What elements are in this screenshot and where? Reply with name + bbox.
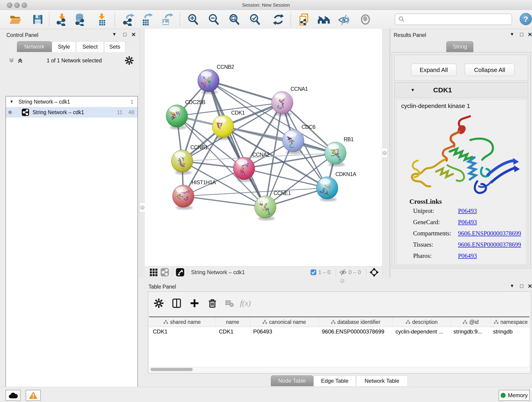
memory-button[interactable]: Memory <box>499 390 530 401</box>
refresh-view-button[interactable] <box>271 12 285 27</box>
function-builder-button[interactable]: f(x) <box>239 297 252 310</box>
network-row[interactable]: String Network – cdk1 11 48 <box>6 107 138 118</box>
first-neighbors-button[interactable] <box>317 12 331 27</box>
tab-label: String <box>453 44 467 50</box>
network-node-rb1[interactable]: RB1 <box>325 136 354 167</box>
clone-network-button[interactable] <box>297 12 311 27</box>
tab-network[interactable]: Network <box>17 41 52 52</box>
show-columns-button[interactable] <box>170 297 183 310</box>
network-node-ccnb1[interactable]: CCNB1 <box>171 144 208 175</box>
expand-all-icon[interactable] <box>17 57 24 64</box>
column-header-namespace[interactable]: namespace <box>491 317 530 327</box>
import-database-button[interactable] <box>73 12 87 27</box>
open-session-button[interactable] <box>8 12 22 27</box>
table-row[interactable]: CDK1CDK1P064939606.ENSP00000378699cyclin… <box>149 327 530 336</box>
show-hide-graphics-button[interactable] <box>337 12 351 27</box>
collapse-all-button[interactable]: Collapse All <box>465 64 515 76</box>
plus-icon <box>190 298 200 308</box>
selected-checkbox-icon[interactable] <box>310 269 317 275</box>
import-network-button[interactable] <box>55 12 69 27</box>
save-session-button[interactable] <box>31 12 45 27</box>
expand-all-button[interactable]: Expand All <box>411 64 456 76</box>
shared-column-icon <box>463 320 467 324</box>
crosslink-link[interactable]: P06493 <box>458 252 477 259</box>
add-column-button[interactable] <box>188 297 201 310</box>
column-header-database-identifier[interactable]: database identifier <box>319 317 393 327</box>
memory-status-dot <box>500 393 506 398</box>
import-table-button[interactable] <box>95 12 109 27</box>
zoom-selected-button[interactable] <box>248 12 262 27</box>
collapse-all-icon[interactable] <box>8 57 15 64</box>
table-cell: 9606.ENSP00000378699 <box>318 327 392 336</box>
level-of-detail-button[interactable] <box>358 12 373 27</box>
fit-selected-crosshair-icon[interactable] <box>369 268 379 277</box>
node-count: 11 <box>117 109 123 115</box>
gear-icon[interactable] <box>125 56 134 65</box>
column-header-name[interactable]: name <box>215 317 250 327</box>
network-canvas[interactable]: CCNB2CCNA1CDC25BCDK1CDC6RB1CCNB1CCNA2CDK… <box>145 29 382 266</box>
column-header--id[interactable]: @id <box>451 317 491 327</box>
warnings-button[interactable] <box>26 390 41 401</box>
zoom-in-button[interactable] <box>186 12 200 27</box>
left-splitter-handle[interactable] <box>139 203 145 212</box>
table-hscrollbar-thumb[interactable] <box>151 368 193 371</box>
crosslink-link[interactable]: 9606.ENSP00000378699 <box>458 241 521 248</box>
node-label-ccna2: CCNA2 <box>252 152 269 158</box>
grid-view-icon[interactable] <box>149 268 158 276</box>
help-button[interactable]: ? <box>520 13 532 25</box>
cloud-status-button[interactable] <box>6 390 21 401</box>
crosslink-link[interactable]: P06493 <box>458 207 477 215</box>
tab-sets[interactable]: Sets <box>104 41 126 52</box>
delete-column-button[interactable] <box>206 297 219 310</box>
network-edge[interactable] <box>209 81 265 207</box>
crosslink-link[interactable]: 9606.ENSP00000378699 <box>458 230 521 237</box>
panel-float-icon[interactable]: □ <box>518 31 526 38</box>
table-settings-button[interactable] <box>152 297 165 310</box>
delete-table-button[interactable] <box>223 297 236 310</box>
collapse-triangle-icon[interactable]: ▼ <box>10 99 13 104</box>
column-header-shared-name[interactable]: shared name <box>149 317 215 327</box>
column-header-canonical-name[interactable]: canonical name <box>250 317 319 327</box>
share-view-icon[interactable] <box>160 268 169 277</box>
tab-node-table[interactable]: Node Table <box>271 375 313 386</box>
zoom-out-button[interactable] <box>207 12 221 27</box>
network-edge[interactable] <box>183 196 265 207</box>
crosslinks-title: CrossLinks <box>409 198 442 205</box>
birds-eye-view-icon[interactable] <box>176 268 184 277</box>
search-input[interactable] <box>407 15 512 24</box>
trash-icon <box>207 298 217 308</box>
export-image-button[interactable] <box>159 12 174 27</box>
zoom-fit-button[interactable] <box>227 12 241 27</box>
panel-float-icon[interactable]: □ <box>121 31 129 38</box>
network-view-toolbar: String Network – cdk1 1 – 0 0 – 0 <box>145 266 382 278</box>
panel-float-icon[interactable]: □ <box>518 283 526 289</box>
tab-select[interactable]: Select <box>76 41 104 52</box>
network-collection-row[interactable]: ▼ String Network – cdk1 1 <box>6 96 138 107</box>
tab-label: Node Table <box>278 378 306 384</box>
panel-close-icon[interactable]: ✕ <box>526 32 532 38</box>
node-result-header[interactable]: ▼ CDK1 <box>394 83 528 98</box>
left-splitter[interactable] <box>139 29 145 278</box>
tab-network-table[interactable]: Network Table <box>356 375 408 386</box>
network-edge[interactable] <box>209 81 282 103</box>
column-label: name <box>226 319 239 325</box>
export-table-button[interactable] <box>139 12 153 27</box>
network-node-ccna1[interactable]: CCNA1 <box>272 86 308 116</box>
tab-string[interactable]: String <box>446 41 473 52</box>
panel-menu-icon[interactable]: ▼ <box>508 32 516 37</box>
panel-menu-icon[interactable]: ▼ <box>110 32 118 37</box>
right-splitter-handle[interactable] <box>382 148 387 158</box>
panel-close-icon[interactable]: ✕ <box>130 32 138 38</box>
network-node-cdk1[interactable]: CDK1 <box>212 110 245 140</box>
tab-style[interactable]: Style <box>52 41 76 52</box>
column-header-description[interactable]: description <box>393 317 451 327</box>
network-node-cdkn1a[interactable]: CDKN1A <box>317 171 356 201</box>
panel-close-icon[interactable]: ✕ <box>526 283 532 289</box>
panel-menu-icon[interactable]: ▼ <box>508 283 516 288</box>
tab-label: Network Table <box>365 378 399 384</box>
tab-edge-table[interactable]: Edge Table <box>313 375 356 386</box>
network-node-ccnb2[interactable]: CCNB2 <box>198 64 234 94</box>
crosslink-link[interactable]: P06493 <box>458 219 477 226</box>
collapse-triangle-icon[interactable]: ▼ <box>411 88 415 93</box>
export-network-button[interactable] <box>121 12 136 27</box>
